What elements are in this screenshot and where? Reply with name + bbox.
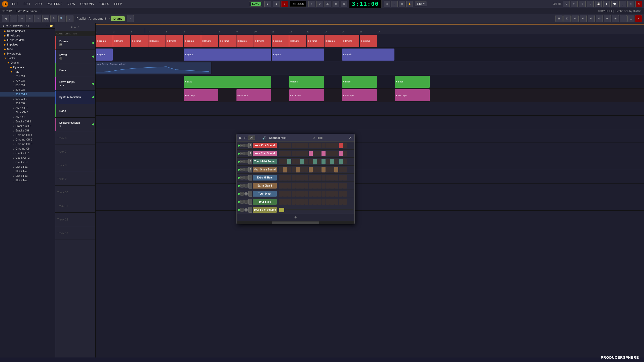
track-label-bass2[interactable]: Bass xyxy=(55,104,95,118)
track-row-12[interactable] xyxy=(96,184,644,197)
sidebar-item-909ch1[interactable]: ♪ 909 CH 1 xyxy=(0,92,55,97)
step[interactable] xyxy=(317,159,321,164)
step[interactable] xyxy=(317,143,321,148)
step[interactable] xyxy=(330,191,334,197)
menu-tools[interactable]: TOOLS xyxy=(98,2,110,6)
step[interactable] xyxy=(339,159,343,164)
track-row-automation[interactable]: Your Synth - Channel volume xyxy=(96,61,644,75)
step[interactable] xyxy=(339,199,343,205)
step[interactable] xyxy=(292,151,296,156)
ch-vol-clap[interactable]: - xyxy=(244,152,248,155)
synth-vol-bar[interactable] xyxy=(279,207,353,213)
sidebar-item-808oh[interactable]: ♪ 808 OH xyxy=(0,87,55,92)
menu-file[interactable]: FILE xyxy=(11,2,19,6)
ch-name-hihat[interactable]: Your HiHat Sound xyxy=(253,159,277,164)
step[interactable] xyxy=(321,159,326,164)
sidebar-item-demo-projects[interactable]: ▶ Demo projects xyxy=(0,29,55,33)
sidebar-item-909oh[interactable]: ♪ 909 OH xyxy=(0,101,55,106)
cr-menu-dot[interactable]: ⋮ xyxy=(257,136,260,139)
sidebar-item-909ch2[interactable]: ♪ 909 CH 2 xyxy=(0,97,55,101)
track-label-7[interactable]: Track 7 xyxy=(55,145,95,158)
play-button[interactable]: ▶ xyxy=(264,1,271,7)
ch-vol-extraclap2[interactable]: - xyxy=(244,184,248,188)
step[interactable] xyxy=(334,183,338,189)
step[interactable] xyxy=(321,167,326,172)
bass-block-2[interactable]: ■ Bass xyxy=(289,76,324,88)
ch-vol-hihat[interactable]: - xyxy=(244,160,248,163)
ch-vol-bass[interactable]: - xyxy=(244,200,248,204)
tb2-icon-g[interactable]: ↩ xyxy=(604,15,611,22)
step[interactable] xyxy=(279,167,283,172)
step[interactable] xyxy=(330,159,334,164)
drums-block-1[interactable]: ■ Drums xyxy=(96,35,113,47)
ch-name-synth[interactable]: Your Synth xyxy=(253,191,277,197)
track-collapse-icon[interactable]: ⇔ xyxy=(74,26,76,28)
step[interactable] xyxy=(330,151,334,156)
ch-name-clap[interactable]: Your Clap Sound xyxy=(253,151,277,156)
step[interactable] xyxy=(334,143,338,148)
step[interactable] xyxy=(287,159,291,164)
step[interactable] xyxy=(321,191,326,197)
sidebar-item-clankch2[interactable]: ♪ Clank CH 2 xyxy=(0,155,55,160)
track-label-12[interactable]: Track 12 xyxy=(55,213,95,226)
sidebar-item-ekit3hat[interactable]: ♪ Ekit 3 Hat xyxy=(0,173,55,178)
extrperc-icon[interactable]: ✎ xyxy=(59,125,61,127)
step[interactable] xyxy=(313,183,317,189)
step[interactable] xyxy=(313,191,317,197)
track-row-9[interactable] xyxy=(96,143,644,156)
step[interactable] xyxy=(287,167,291,172)
step[interactable] xyxy=(343,143,347,148)
step[interactable] xyxy=(296,175,300,180)
step[interactable] xyxy=(317,175,321,180)
sidebar-item-chromoch2[interactable]: ♪ Chromo CH 2 xyxy=(0,137,55,142)
step[interactable] xyxy=(304,183,308,189)
menu-patterns[interactable]: PATTERNS xyxy=(46,2,63,6)
sidebar-item-amxch2[interactable]: ♪ AMX CH 2 xyxy=(0,110,55,115)
step[interactable] xyxy=(300,175,304,180)
step[interactable] xyxy=(283,175,287,180)
track-row-synth[interactable]: ■ Synth ■ Synth ■ Synth ■ Synth xyxy=(96,48,644,61)
top-scroll[interactable] xyxy=(96,23,644,26)
ruler[interactable]: 1 2 3 4 5 6 7 8 9 10 11 12 13 14 15 16 xyxy=(96,26,644,34)
synth-block-2[interactable]: ■ Synth xyxy=(184,49,271,61)
tb2-note[interactable]: ♪ xyxy=(66,15,73,22)
sidebar-item-ekit1hat[interactable]: ♪ Ekit 1 Hat xyxy=(0,164,55,169)
step[interactable] xyxy=(339,167,343,172)
step[interactable] xyxy=(304,159,308,164)
ch-vol-kick[interactable]: - xyxy=(244,144,248,147)
ch-mute-kick[interactable]: ● xyxy=(240,144,244,147)
step[interactable] xyxy=(279,159,283,164)
ch-mute-extraclap2[interactable]: ● xyxy=(240,184,244,188)
tb-btn-b[interactable]: → xyxy=(391,1,398,7)
chat-btn[interactable]: 💬 xyxy=(611,1,618,7)
drums-label[interactable]: Drums xyxy=(111,16,125,21)
ch-mute-hihat[interactable]: ● xyxy=(240,160,244,163)
step[interactable] xyxy=(326,191,330,197)
step[interactable] xyxy=(300,159,304,164)
step[interactable] xyxy=(343,159,347,164)
step[interactable] xyxy=(334,175,338,180)
tb2-icon-e[interactable]: ⊙ xyxy=(588,15,595,22)
cut-btn[interactable]: ✂ xyxy=(571,1,578,7)
step[interactable] xyxy=(343,199,347,205)
step[interactable] xyxy=(279,151,283,156)
tb2-browser-back[interactable]: ◀ xyxy=(2,15,9,22)
ep-block-3[interactable]: ■ Extr..laps xyxy=(289,89,324,101)
sidebar-item-drums[interactable]: ▼ Drums xyxy=(0,60,55,65)
step[interactable] xyxy=(313,151,317,156)
step[interactable] xyxy=(343,167,347,172)
sidebar-item-brackech2[interactable]: ♪ Bracke CH 2 xyxy=(0,124,55,128)
mic-btn[interactable]: 🎙 xyxy=(579,1,586,7)
sidebar-item-707ch[interactable]: ♪ 707 CH xyxy=(0,74,55,78)
step[interactable] xyxy=(321,183,326,189)
step[interactable] xyxy=(309,167,313,172)
menu-edit[interactable]: EDIT xyxy=(22,2,31,6)
drums-block-3[interactable]: ■ Drums xyxy=(131,35,148,47)
step[interactable] xyxy=(279,191,283,197)
drums-mute-btn[interactable]: M xyxy=(59,43,62,46)
sidebar-item-amxoh[interactable]: ♪ AMX OH xyxy=(0,115,55,119)
step[interactable] xyxy=(343,175,347,180)
win-max[interactable]: □ xyxy=(627,1,634,7)
step[interactable] xyxy=(317,167,321,172)
ch-name-kick[interactable]: Your Kick Sound xyxy=(253,143,277,148)
